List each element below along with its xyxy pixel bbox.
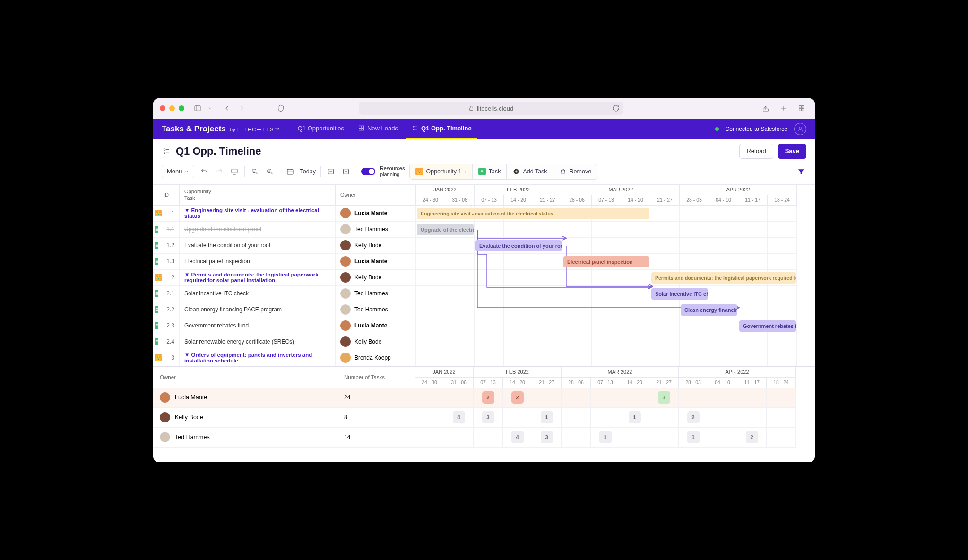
timeline-cell [562,270,592,286]
row-id: ≡2.2 [153,302,180,318]
tab-q1-opportunities[interactable]: Q1 Opportunities [292,119,350,139]
row-owner[interactable]: Kelly Bode [336,270,416,286]
week-header: 31 - 06 [445,195,475,206]
expand-icon[interactable] [341,166,351,177]
remove-button[interactable]: Remove [553,164,597,179]
resource-row[interactable]: Kelly Bode843112 [153,408,815,428]
row-id: ≡2.4 [153,334,180,350]
avatar [160,392,170,403]
timeline-cell [416,238,445,254]
row-owner[interactable]: Ted Hammes [336,222,416,238]
save-button[interactable]: Save [778,144,806,159]
nav-back-icon[interactable] [220,103,233,114]
device-icon[interactable] [229,166,240,177]
minimize-window-icon[interactable] [169,105,175,111]
address-bar[interactable]: litecells.cloud [359,102,623,115]
gantt-bar[interactable]: Clean energy financing PA... [681,304,737,316]
row-title[interactable]: Electrical panel inspection [180,254,336,270]
calendar-today-icon[interactable] [285,166,295,177]
timeline-cell [709,206,738,222]
opportunity-icon: 👑 [415,168,423,175]
week-header: 28 - 06 [562,195,592,206]
timeline-cell [709,318,738,334]
crumb-task[interactable]: ≡Task [473,164,507,179]
res-col-ntasks: Number of Tasks [337,367,415,388]
today-label[interactable]: Today [300,168,316,175]
collapse-icon[interactable] [326,166,336,177]
nav-forward-icon[interactable] [235,103,249,114]
timeline-cell [650,238,680,254]
shield-icon[interactable] [274,103,287,114]
undo-icon[interactable] [199,166,209,177]
zoom-in-icon[interactable] [265,166,275,177]
svg-point-19 [164,149,165,150]
tab-q1-timeline[interactable]: Q1 Opp. Timeline [406,119,477,139]
res-col-owner: Owner [153,367,337,388]
close-window-icon[interactable] [160,105,165,111]
maximize-window-icon[interactable] [179,105,184,111]
gantt-bar[interactable]: Government rebates fund [739,320,796,332]
row-owner[interactable]: Lucia Mante [336,206,416,222]
tabs-grid-icon[interactable] [795,103,808,114]
menu-button[interactable]: Menu [162,165,194,178]
gantt-bar[interactable]: Upgrade of the electrical [417,224,474,235]
row-owner[interactable]: Kelly Bode [336,238,416,254]
row-owner[interactable]: Ted Hammes [336,302,416,318]
gantt-bar[interactable]: Engineering site visit - evaluation of t… [417,208,649,219]
user-avatar-button[interactable] [794,123,806,135]
sidebar-icon[interactable] [191,103,204,114]
resource-cell [737,388,767,408]
resource-cell [708,388,737,408]
resource-cell: 2 [737,428,767,448]
reload-button[interactable]: Reload [739,144,773,159]
chevron-down-icon[interactable] [206,103,214,114]
task-icon: ≡ [155,306,158,313]
plus-circle-icon [512,168,520,175]
row-title[interactable]: Solar renewable energy certificate (SREC… [180,334,336,350]
zoom-out-icon[interactable] [250,166,260,177]
row-title[interactable]: Government rebates fund [180,318,336,334]
resource-row[interactable]: Ted Hammes1443112 [153,428,815,448]
new-tab-icon[interactable] [777,103,790,114]
row-owner[interactable]: Lucia Mante [336,254,416,270]
timeline-cell [416,334,445,350]
filter-icon[interactable] [796,166,806,177]
gantt-bar[interactable]: Electrical panel inspection [563,256,649,267]
resource-cell [503,408,532,428]
row-title[interactable]: Evaluate the condition of your roof [180,238,336,254]
row-owner[interactable]: Lucia Mante [336,318,416,334]
resources-toggle-label: Resourcesplanning [380,165,405,177]
reload-icon[interactable] [612,104,620,112]
row-title[interactable]: Clean energy financing PACE program [180,302,336,318]
row-owner[interactable]: Ted Hammes [336,286,416,302]
app-header: Tasks & Projects by LITEC☰LLS™ Q1 Opport… [153,119,815,139]
avatar [340,353,351,363]
redo-icon[interactable] [214,166,225,177]
timeline-cell [768,302,797,318]
gantt-bar[interactable]: Permits and documents: the logistical pa… [651,272,796,284]
row-title[interactable]: ▼ Orders of equipment: panels and invert… [180,350,336,366]
week-header: 04 - 10 [709,195,738,206]
row-title[interactable]: Upgrade of the electrical panel [180,222,336,238]
row-owner[interactable]: Brenda Koepp [336,350,416,366]
resources-toggle[interactable] [361,168,375,175]
share-icon[interactable] [759,103,772,114]
timeline-cell [533,270,562,286]
resource-row[interactable]: Lucia Mante24221 [153,388,815,408]
add-task-button[interactable]: Add Task [507,164,553,179]
avatar [340,336,351,347]
row-title[interactable]: ▼ Permits and documents: the logistical … [180,270,336,286]
row-title[interactable]: ▼ Engineering site visit - evaluation of… [180,206,336,222]
svg-rect-11 [362,126,363,128]
month-feb: FEB 2022 [475,185,562,195]
row-title[interactable]: Solar incentive ITC check [180,286,336,302]
timeline-cell [621,350,650,366]
gantt-bar[interactable]: Solar incentive ITC check [651,288,708,300]
row-owner[interactable]: Kelly Bode [336,334,416,350]
tab-new-leads[interactable]: New Leads [353,119,404,139]
gantt-bar[interactable]: Evaluate the condition of your roof [475,240,562,251]
resource-cell: 1 [649,388,679,408]
crumb-opportunity[interactable]: 👑Opportunity 1› [410,164,472,179]
timeline-cell [475,302,504,318]
resource-cell: 3 [474,408,503,428]
